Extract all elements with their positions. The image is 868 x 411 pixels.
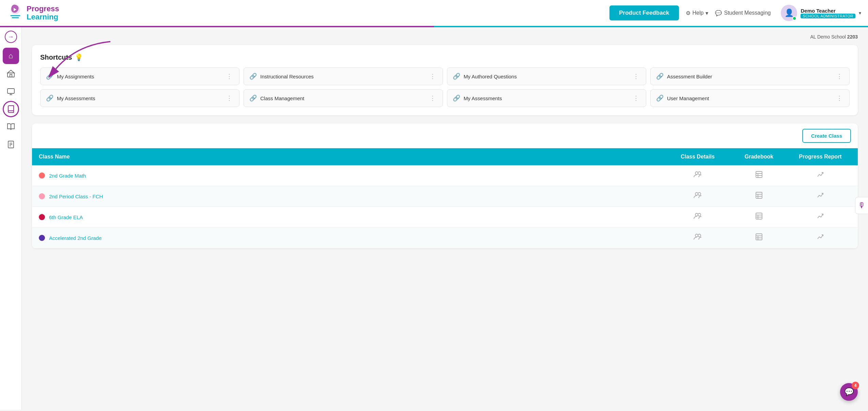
header-nav: ⚙ Help ▾ 💬 Student Messaging <box>686 10 771 16</box>
shortcut-more-button[interactable]: ⋮ <box>835 94 844 102</box>
school-name: AL Demo School <box>810 34 846 40</box>
link-icon: 🔗 <box>249 94 257 102</box>
shortcut-item-class-management[interactable]: 🔗 Class Management ⋮ <box>244 89 443 107</box>
help-button[interactable]: ⚙ Help ▾ <box>686 10 709 16</box>
user-area[interactable]: 👤 Demo Teacher SCHOOL ADMINISTRATOR ▾ <box>781 5 861 21</box>
shortcut-label: My Assessments <box>464 95 502 101</box>
shortcut-left: 🔗 My Assessments <box>453 94 502 102</box>
create-class-button[interactable]: Create Class <box>802 129 851 143</box>
class-dot <box>39 193 45 199</box>
class-name-link[interactable]: 2nd Grade Math <box>49 173 86 179</box>
progress-learning-logo-icon <box>7 3 24 23</box>
svg-point-31 <box>695 234 698 237</box>
svg-rect-5 <box>7 89 14 93</box>
class-dot <box>39 172 45 179</box>
main-content: AL Demo School 2203 Shortcuts 💡 🔗 <box>22 27 868 410</box>
class-details-cell <box>667 171 728 180</box>
shortcuts-label: Shortcuts <box>40 54 72 61</box>
shortcut-item-assessment-builder[interactable]: 🔗 Assessment Builder ⋮ <box>650 67 850 85</box>
sidebar-item-school[interactable] <box>3 65 19 82</box>
shortcut-label: My Assessments <box>57 95 95 101</box>
chat-badge-button[interactable]: 💬 4 <box>840 383 858 401</box>
student-messaging-button[interactable]: 💬 Student Messaging <box>715 10 771 16</box>
class-name-link[interactable]: Accelerated 2nd Grade <box>49 235 102 241</box>
class-details-icon[interactable] <box>694 171 702 180</box>
sidebar-expand-button[interactable]: → <box>5 31 17 43</box>
svg-rect-3 <box>7 73 14 77</box>
shortcut-item-my-authored-questions[interactable]: 🔗 My Authored Questions ⋮ <box>447 67 646 85</box>
progress-report-cell <box>790 233 851 243</box>
user-info: Demo Teacher SCHOOL ADMINISTRATOR <box>801 8 855 18</box>
sidebar-item-home[interactable]: ⌂ <box>3 48 19 64</box>
shortcut-left: 🔗 Instructional Resources <box>249 73 314 80</box>
shortcut-more-button[interactable]: ⋮ <box>225 73 234 80</box>
gradebook-cell <box>728 171 790 180</box>
gradebook-icon[interactable] <box>755 212 763 222</box>
class-name-link[interactable]: 2nd Period Class - FCH <box>49 194 103 199</box>
progress-report-cell <box>790 171 851 180</box>
microphone-button[interactable]: 🎙 <box>855 197 868 214</box>
class-dot <box>39 214 45 220</box>
shortcuts-grid: 🔗 My Assignments ⋮ 🔗 Instructional Resou… <box>40 67 850 107</box>
link-icon: 🔗 <box>656 94 664 102</box>
class-details-icon[interactable] <box>694 212 702 222</box>
svg-rect-21 <box>756 192 762 198</box>
shortcut-label: Instructional Resources <box>260 74 314 79</box>
svg-point-25 <box>695 213 698 216</box>
sidebar-item-library[interactable] <box>3 101 19 117</box>
progress-report-icon[interactable] <box>817 233 824 243</box>
class-details-icon[interactable] <box>694 192 702 201</box>
student-messaging-icon: 💬 <box>715 10 722 16</box>
progress-report-icon[interactable] <box>817 192 824 201</box>
logo-learning: Learning <box>27 13 59 21</box>
progress-report-icon[interactable] <box>817 171 824 180</box>
table-header-cell-class-details: Class Details <box>667 154 728 160</box>
link-icon: 🔗 <box>453 73 460 80</box>
shortcuts-title: Shortcuts 💡 <box>40 53 850 61</box>
table-header-cell-gradebook: Gradebook <box>728 154 790 160</box>
class-details-icon[interactable] <box>694 233 702 243</box>
product-feedback-button[interactable]: Product Feedback <box>609 5 679 20</box>
gradebook-icon[interactable] <box>755 171 763 180</box>
progress-report-cell <box>790 212 851 222</box>
shortcut-more-button[interactable]: ⋮ <box>428 94 437 102</box>
shortcut-more-button[interactable]: ⋮ <box>835 73 844 80</box>
user-name: Demo Teacher <box>801 8 855 14</box>
shortcut-item-my-assessments-2[interactable]: 🔗 My Assessments ⋮ <box>447 89 646 107</box>
sidebar-item-report[interactable] <box>3 136 19 153</box>
shortcut-more-button[interactable]: ⋮ <box>225 94 234 102</box>
shortcut-item-my-assessments-1[interactable]: 🔗 My Assessments ⋮ <box>40 89 239 107</box>
table-header-cell-class-name: Class Name <box>39 154 667 160</box>
shortcut-label: Class Management <box>260 95 304 101</box>
link-icon: 🔗 <box>46 73 53 80</box>
progress-report-icon[interactable] <box>817 212 824 222</box>
shortcut-more-button[interactable]: ⋮ <box>632 94 640 102</box>
class-name-cell: Accelerated 2nd Grade <box>39 235 667 241</box>
class-name-link[interactable]: 6th Grade ELA <box>49 214 83 220</box>
shortcut-item-instructional-resources[interactable]: 🔗 Instructional Resources ⋮ <box>244 67 443 85</box>
school-code: 2203 <box>847 34 858 40</box>
shortcut-left: 🔗 Class Management <box>249 94 304 102</box>
sidebar-item-classroom[interactable] <box>3 83 19 100</box>
sidebar-item-book[interactable] <box>3 119 19 135</box>
link-icon: 🔗 <box>656 73 664 80</box>
gradebook-icon[interactable] <box>755 233 763 243</box>
header-center: Product Feedback ⚙ Help ▾ 💬 Student Mess… <box>609 5 861 21</box>
gradebook-icon[interactable] <box>755 192 763 201</box>
svg-point-19 <box>695 193 698 195</box>
class-name-cell: 2nd Grade Math <box>39 172 667 179</box>
shortcut-more-button[interactable]: ⋮ <box>428 73 437 80</box>
shortcut-item-my-assignments[interactable]: 🔗 My Assignments ⋮ <box>40 67 239 85</box>
shortcuts-card: Shortcuts 💡 🔗 My Assignments ⋮ 🔗 Instruc… <box>32 45 858 115</box>
shortcut-more-button[interactable]: ⋮ <box>632 73 640 80</box>
user-chevron-down-icon: ▾ <box>859 10 861 16</box>
shortcut-left: 🔗 My Assessments <box>46 94 95 102</box>
class-dot <box>39 235 45 241</box>
link-icon: 🔗 <box>249 73 257 80</box>
help-icon: ⚙ <box>686 10 691 16</box>
table-header: Class NameClass DetailsGradebookProgress… <box>32 148 858 165</box>
svg-rect-27 <box>756 213 762 219</box>
shortcut-left: 🔗 My Authored Questions <box>453 73 517 80</box>
shortcut-item-user-management[interactable]: 🔗 User Management ⋮ <box>650 89 850 107</box>
shortcut-label: My Authored Questions <box>464 74 517 79</box>
